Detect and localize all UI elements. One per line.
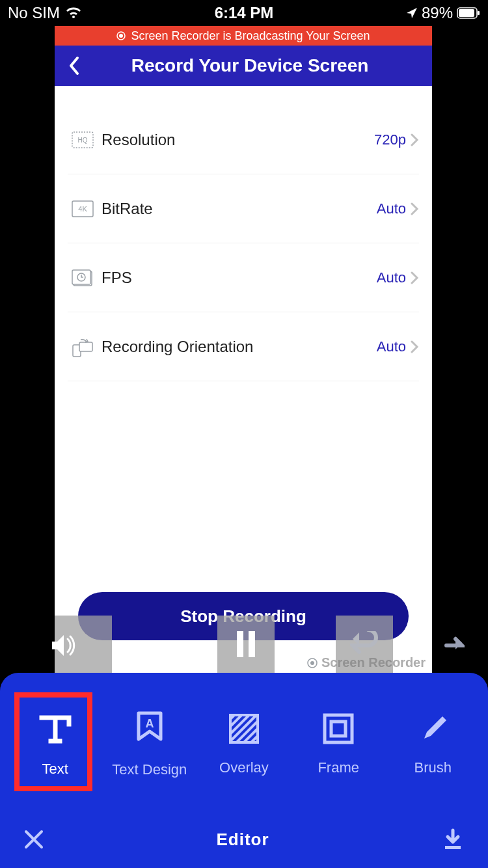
tool-label: Text Design (112, 761, 187, 778)
svg-rect-23 (445, 846, 461, 849)
tool-text[interactable]: Text (14, 692, 96, 796)
row-label: Resolution (98, 131, 374, 149)
row-bitrate[interactable]: 4K BitRate Auto (68, 174, 419, 243)
broadcast-text: Screen Recorder is Broadcasting Your Scr… (131, 29, 370, 43)
undo-icon (350, 631, 379, 657)
editor-panel: Text A Text Design Overlay Frame Brush (0, 673, 488, 868)
tool-overlay[interactable]: Overlay (203, 692, 285, 796)
battery-text: 89% (422, 4, 453, 22)
carrier-text: No SIM (8, 4, 60, 22)
tool-label: Brush (414, 759, 452, 776)
svg-rect-21 (325, 715, 352, 742)
svg-point-4 (119, 34, 123, 38)
tool-brush[interactable]: Brush (392, 692, 474, 796)
redo-icon[interactable] (436, 634, 465, 660)
svg-rect-1 (459, 9, 474, 17)
svg-text:HQ: HQ (78, 137, 88, 144)
fps-icon (68, 268, 98, 288)
location-icon (406, 7, 418, 19)
editor-tools-row: Text A Text Design Overlay Frame Brush (0, 673, 488, 816)
speaker-icon (49, 632, 79, 658)
recorded-app-screen: Screen Recorder is Broadcasting Your Scr… (55, 26, 432, 673)
orientation-icon (68, 336, 98, 358)
tool-label: Overlay (219, 759, 269, 776)
pause-icon (236, 630, 256, 658)
chevron-right-icon (410, 271, 419, 284)
status-bar: No SIM 6:14 PM 89% (0, 0, 488, 26)
title-bar: Record Your Device Screen (55, 46, 432, 86)
overlay-pause-button[interactable] (217, 616, 275, 673)
settings-list: HQ Resolution 720p 4K BitRate Auto FPS A… (55, 86, 432, 381)
row-fps[interactable]: FPS Auto (68, 243, 419, 312)
bitrate-icon: 4K (68, 200, 98, 217)
svg-rect-2 (478, 11, 480, 15)
page-title: Record Your Device Screen (68, 55, 432, 76)
battery-icon (457, 7, 480, 19)
svg-rect-13 (79, 342, 92, 351)
row-label: FPS (98, 269, 377, 287)
wifi-icon (65, 7, 82, 20)
row-resolution[interactable]: HQ Resolution 720p (68, 105, 419, 174)
clock: 6:14 PM (215, 4, 274, 22)
close-editor-button[interactable] (23, 829, 44, 850)
watermark: Screen Recorder (307, 655, 426, 670)
editor-title: Editor (216, 830, 269, 850)
frame-tool-icon (322, 712, 355, 745)
tool-label: Frame (318, 759, 359, 776)
svg-text:A: A (145, 717, 154, 730)
svg-rect-22 (331, 722, 346, 736)
tool-text-design[interactable]: A Text Design (109, 692, 191, 796)
tool-frame[interactable]: Frame (297, 692, 379, 796)
chevron-right-icon (410, 340, 419, 353)
row-label: BitRate (98, 200, 377, 218)
editor-bottom-bar: Editor (0, 816, 488, 863)
row-orientation[interactable]: Recording Orientation Auto (68, 312, 419, 381)
chevron-right-icon (410, 133, 419, 146)
row-value: Auto (377, 338, 410, 355)
chevron-right-icon (410, 202, 419, 215)
row-value: 720p (374, 131, 410, 148)
record-dot-icon (116, 31, 126, 40)
export-button[interactable] (441, 828, 465, 851)
broadcast-banner: Screen Recorder is Broadcasting Your Scr… (55, 26, 432, 46)
tool-label: Text (42, 761, 68, 778)
row-label: Recording Orientation (98, 338, 377, 356)
svg-rect-15 (249, 631, 255, 657)
svg-text:4K: 4K (78, 205, 87, 213)
row-value: Auto (377, 269, 410, 286)
text-tool-icon (38, 711, 73, 746)
row-value: Auto (377, 200, 410, 217)
svg-rect-20 (230, 715, 258, 742)
text-design-icon: A (133, 711, 166, 747)
svg-point-17 (310, 661, 314, 665)
brush-tool-icon (416, 712, 449, 745)
resolution-icon: HQ (68, 131, 98, 148)
svg-rect-14 (237, 631, 243, 657)
overlay-tool-icon (228, 712, 260, 745)
